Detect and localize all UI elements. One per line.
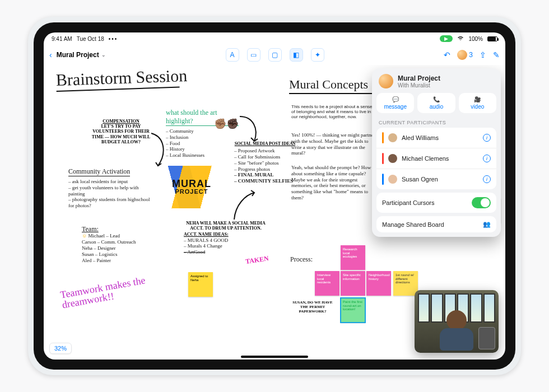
battery-icon [487,36,497,41]
collaborate-icon: 👥 [483,221,491,228]
note-team: Team: ☺ Michael – Lead Carson – Comm. Ou… [82,225,171,263]
tool-font-style[interactable]: A [226,48,239,62]
collaboration-popover: Mural Project With Muralist 💬 message 📞 … [372,68,501,237]
participant-name: Michael Clemens [402,155,449,162]
highlight-list: – Community – Inclusion – Food – History… [166,128,239,158]
reply-2: Yeah, what should the prompt be? How abo… [291,165,379,201]
document-title-label: Mural Project [57,51,99,59]
toggle-switch[interactable] [472,197,491,208]
popover-subtitle: With Muralist [398,82,440,88]
phone-icon: 📞 [433,96,440,102]
undo-button[interactable]: ↶ [444,50,450,59]
participants-list: Aled Williams i Michael Clemens i Susan … [376,128,496,189]
screen: 9:41 AM Tue Oct 18 ••• ▶ 100% ‹ Mural P [44,32,505,360]
sticky-firstround[interactable]: 1st round w/ different directions [393,271,418,296]
home-indicator[interactable] [241,356,308,358]
participant-row[interactable]: Susan Ogren i [376,169,496,189]
fist-icon: ✊🏽 [214,118,226,130]
action-audio[interactable]: 📞 audio [417,93,455,113]
info-icon[interactable]: i [483,134,491,142]
note-community-activation: Community Activation – ask local residen… [68,166,152,209]
sticky-interview[interactable]: Interview local residents [315,271,339,296]
reply-1: Yes! 100%! — thinking we might partner w… [291,132,375,156]
info-icon[interactable]: i [483,175,491,183]
cursors-label: Participant Cursors [382,199,435,206]
sticky-history[interactable]: Neighborhood history [366,271,391,296]
tool-text-box[interactable]: ▭ [247,48,260,62]
facetime-person [437,310,476,351]
action-message[interactable]: 💬 message [376,93,414,113]
ipad-bezel: 9:41 AM Tue Oct 18 ••• ▶ 100% ‹ Mural P [34,22,515,370]
avatar-icon [388,175,397,184]
chevron-down-icon: ⌄ [101,52,106,58]
facetime-self-view[interactable] [478,327,495,349]
participant-row[interactable]: Michael Clemens i [376,148,496,169]
ipad-device-frame: 9:41 AM Tue Oct 18 ••• ▶ 100% ‹ Mural P [28,17,521,375]
note-teamwork: Teamwork makes the dreamwork!! [59,273,162,310]
multitask-dots-icon[interactable]: ••• [109,36,118,42]
collaborators-button[interactable]: 3 [457,50,473,60]
avatar-icon [457,50,467,60]
popover-title: Mural Project [398,74,440,82]
participant-color-stripe [382,174,384,185]
tool-media[interactable]: ✦ [311,48,324,62]
avatar-icon [388,133,397,142]
taken-annotation: TAKEN [245,255,269,265]
participant-row[interactable]: Aled Williams i [376,128,496,148]
participant-color-stripe [382,153,384,164]
note-highlight: what should the art highlight? – Communi… [166,109,239,158]
board-avatar-icon [379,74,393,88]
manage-shared-board[interactable]: Manage Shared Board 👥 [376,216,496,232]
mural-project-logo: MURALPROJECT [161,166,222,208]
battery-percent: 100% [468,36,483,42]
info-icon[interactable]: i [483,155,491,162]
participant-cursors-toggle-row[interactable]: Participant Cursors [376,193,496,213]
sticky-siteinfo[interactable]: Site specific information [341,271,365,296]
toolbar: ‹ Mural Project ⌄ A ▭ ▢ ◧ ✦ ↶ 3 ⇪ [44,45,505,65]
participant-name: Susan Ogren [402,176,438,183]
back-button[interactable]: ‹ [49,50,52,59]
status-date: Tue Oct 18 [77,36,104,42]
facetime-active-pill[interactable]: ▶ [440,35,453,42]
avatar-icon [388,154,397,163]
video-icon: 🎥 [474,96,481,102]
zoom-level[interactable]: 32% [49,343,72,354]
sticky-research[interactable]: Research local ecologies [341,245,365,270]
message-icon: 💬 [392,96,399,102]
document-title[interactable]: Mural Project ⌄ [57,51,106,59]
share-button[interactable]: ⇪ [480,50,486,59]
wifi-icon [457,35,464,42]
compose-button[interactable]: ✎ [493,50,500,59]
sticky-paint[interactable]: Paint the first round-art on location! [341,298,365,323]
participant-color-stripe [382,132,384,143]
action-video[interactable]: 🎥 video [459,93,496,113]
note-post-ideas: SOCIAL MEDIA POST IDEAS – Proposed Artwo… [234,141,296,184]
status-bar: 9:41 AM Tue Oct 18 ••• ▶ 100% [44,32,505,45]
participant-name: Aled Williams [402,134,439,141]
arrow-icon [230,189,258,223]
tool-sticky[interactable]: ◧ [290,48,303,62]
note-compensation: COMPENSATION LET'S TRY TO PAY VOLUNTEERS… [87,119,155,144]
note-susan-permit: SUSAN, DO WE HAVE THE PERMIT PAPERWORK? [290,300,335,314]
participants-label: CURRENT PARTICIPANTS [376,116,496,128]
video-icon: ▶ [444,36,448,41]
manage-label: Manage Shared Board [382,221,444,228]
blurb-text: This needs to be a project about a sense… [291,104,375,120]
collab-count: 3 [469,51,473,59]
note-neha-social: NEHA WILL MAKE A SOCIAL MEDIA ACCT. TO D… [184,221,268,255]
arrow-icon [238,113,262,144]
sticky-assigned-neha[interactable]: Assigned to Neha [188,272,213,297]
status-time: 9:41 AM [52,36,72,42]
freeform-canvas[interactable]: Brainstorm Session Mural Concepts COMPEN… [44,65,505,360]
tool-shapes[interactable]: ▢ [268,48,282,62]
process-title: Process: [290,255,313,264]
fist-icon: ✊🏿 [226,118,239,130]
heading-concepts: Mural Concepts [289,77,373,94]
facetime-pip[interactable] [415,290,499,353]
heading-brainstorm: Brainstorm Session [55,66,187,92]
